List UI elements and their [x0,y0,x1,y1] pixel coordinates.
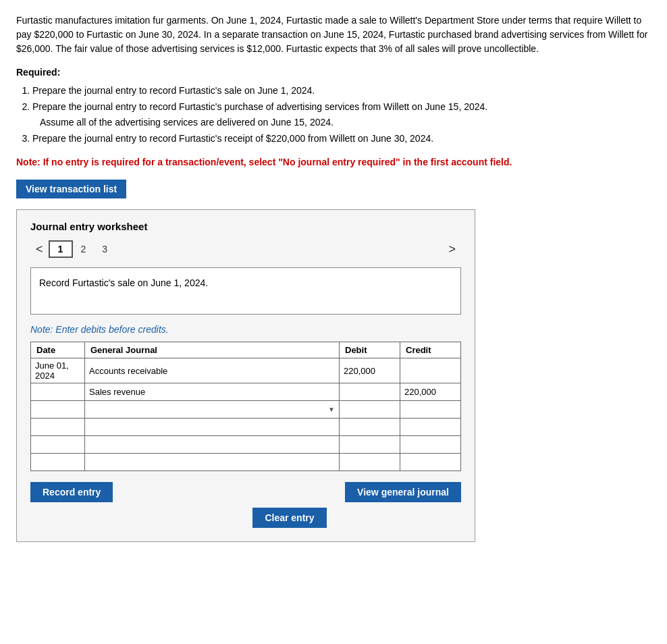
requirement-1: Prepare the journal entry to record Furt… [32,83,651,98]
row4-credit[interactable] [400,419,461,436]
row2-credit[interactable]: 220,000 [400,383,461,401]
row1-credit[interactable] [400,358,461,383]
row6-account[interactable] [85,454,340,471]
btn-row1: Record entry View general journal [30,482,461,502]
header-debit: Debit [340,342,400,358]
note-debits: Note: Enter debits before credits. [30,324,461,335]
next-tab-arrow[interactable]: > [443,241,461,258]
row4-debit[interactable] [340,419,400,436]
row5-credit[interactable] [400,436,461,454]
row5-account[interactable] [85,436,340,454]
dropdown-arrow: ▼ [328,406,335,413]
tab-navigation: < 1 2 3 > [30,240,461,258]
header-date: Date [31,342,85,358]
record-entry-button[interactable]: Record entry [30,482,113,502]
row2-debit[interactable] [340,383,400,401]
row3-credit[interactable] [400,401,461,419]
requirement-3: Prepare the journal entry to record Furt… [32,131,651,146]
requirements-list: Prepare the journal entry to record Furt… [32,83,651,146]
row3-date [31,401,85,419]
required-label: Required: [16,67,651,78]
row6-date [31,454,85,471]
btn-row2: Clear entry [30,508,461,528]
clear-entry-button[interactable]: Clear entry [252,508,326,528]
row2-account[interactable]: Sales revenue [85,383,340,401]
table-row [31,436,461,454]
view-general-journal-button[interactable]: View general journal [345,482,461,502]
row3-debit[interactable] [340,401,400,419]
row3-account[interactable]: ▼ [85,401,340,419]
table-row: ▼ [31,401,461,419]
table-row: June 01,2024 Accounts receivable 220,000 [31,358,461,383]
row5-date [31,436,85,454]
table-row [31,419,461,436]
row6-debit[interactable] [340,454,400,471]
row4-date [31,419,85,436]
table-row: Sales revenue 220,000 [31,383,461,401]
row6-credit[interactable] [400,454,461,471]
tab-2[interactable]: 2 [73,242,95,257]
journal-table: Date General Journal Debit Credit June 0… [30,342,461,471]
entry-description: Record Furtastic's sale on June 1, 2024. [30,267,461,315]
row1-account[interactable]: Accounts receivable [85,358,340,383]
row1-debit[interactable]: 220,000 [340,358,400,383]
header-credit: Credit [400,342,461,358]
table-row [31,454,461,471]
intro-paragraph: Furtastic manufactures imitation fur gar… [16,14,651,56]
action-buttons: Record entry View general journal Clear … [30,482,461,528]
row1-date: June 01,2024 [31,358,85,383]
row2-date [31,383,85,401]
tab-3[interactable]: 3 [94,242,115,257]
row5-debit[interactable] [340,436,400,454]
worksheet-container: Journal entry worksheet < 1 2 3 > Record… [16,209,475,542]
requirement-2: Prepare the journal entry to record Furt… [32,99,651,130]
tab-1[interactable]: 1 [49,240,73,258]
worksheet-title: Journal entry worksheet [30,221,461,232]
prev-tab-arrow[interactable]: < [30,241,49,258]
note-text: Note: If no entry is required for a tran… [16,156,651,169]
row4-account[interactable] [85,419,340,436]
header-general-journal: General Journal [85,342,340,358]
view-transaction-button[interactable]: View transaction list [16,180,126,198]
